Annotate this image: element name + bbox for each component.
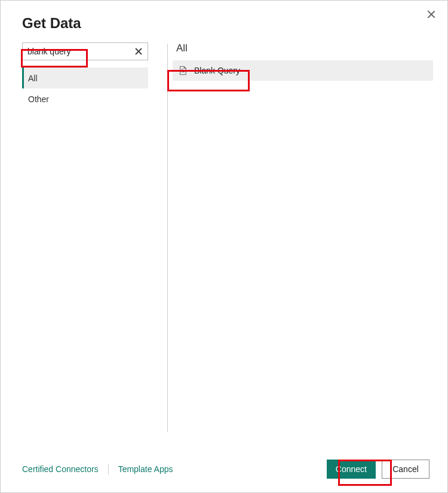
- search-field[interactable]: [22, 42, 148, 60]
- link-certified-connectors[interactable]: Certified Connectors: [22, 464, 99, 474]
- document-icon: [177, 65, 188, 76]
- result-blank-query[interactable]: Blank Query: [173, 60, 433, 81]
- link-template-apps[interactable]: Template Apps: [118, 464, 173, 474]
- category-label: Other: [28, 94, 49, 104]
- vertical-divider: [167, 44, 168, 432]
- dialog-body: All Other All Blank Query: [1, 39, 447, 446]
- get-data-dialog: Get Data All Other All Blank Query: [0, 0, 448, 493]
- footer-links: Certified Connectors Template Apps: [22, 464, 173, 474]
- dialog-footer: Certified Connectors Template Apps Conne…: [1, 446, 447, 492]
- result-label: Blank Query: [194, 66, 240, 75]
- category-all[interactable]: All: [22, 68, 148, 88]
- panel-heading: All: [173, 40, 433, 60]
- category-label: All: [28, 74, 38, 83]
- dialog-header: Get Data: [1, 1, 447, 39]
- connect-button[interactable]: Connect: [327, 460, 376, 479]
- results-panel: All Blank Query: [173, 39, 433, 446]
- category-other[interactable]: Other: [22, 88, 148, 109]
- clear-search-icon[interactable]: [134, 47, 143, 56]
- dialog-title: Get Data: [22, 15, 426, 32]
- search-input[interactable]: [27, 47, 134, 56]
- close-icon[interactable]: [427, 10, 435, 19]
- cancel-button[interactable]: Cancel: [382, 460, 429, 479]
- sidebar: All Other: [22, 39, 157, 446]
- footer-separator: [108, 464, 109, 474]
